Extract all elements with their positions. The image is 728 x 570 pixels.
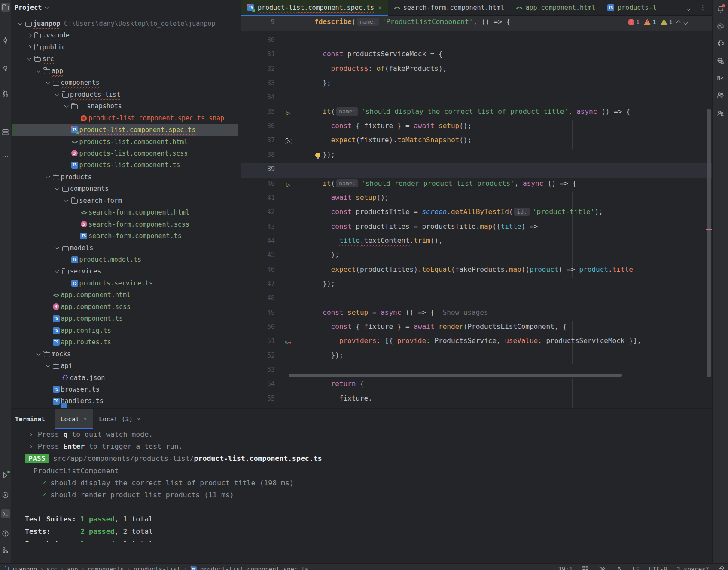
warning-count[interactable]: 1 <box>644 18 656 25</box>
tree-chevron-icon[interactable] <box>53 247 61 249</box>
horizontal-scrollbar[interactable] <box>289 374 622 377</box>
line-separator-widget[interactable]: LF <box>632 566 640 570</box>
tree-chevron-icon[interactable] <box>44 176 52 178</box>
run-icon[interactable] <box>1 470 10 480</box>
tree-item[interactable]: TSsearch-form.component.ts <box>12 230 238 242</box>
tree-item[interactable]: public <box>12 41 238 53</box>
editor-tab[interactable]: <>search-form.component.html <box>388 0 510 15</box>
tree-item[interactable]: TSproduct.model.ts <box>12 254 238 266</box>
tree-item[interactable]: {}data.json <box>12 372 238 383</box>
vcs-icon[interactable] <box>1 64 10 73</box>
close-icon[interactable]: × <box>84 416 87 422</box>
tree-item[interactable]: <>app.component.html <box>12 289 238 301</box>
breadcrumb-item[interactable]: app <box>67 566 78 570</box>
error-stripe-error-mark[interactable] <box>706 229 712 230</box>
tree-chevron-icon[interactable] <box>63 105 70 107</box>
tree-chevron-icon[interactable] <box>53 188 61 190</box>
editor-tab[interactable]: <>app.component.html <box>510 0 601 15</box>
tree-item[interactable]: api <box>12 360 238 372</box>
breadcrumb-item[interactable]: src <box>46 566 57 570</box>
pull-requests-icon[interactable] <box>1 89 10 98</box>
ai-assistant-icon[interactable] <box>716 21 725 31</box>
status-icon-pencil-off[interactable] <box>599 565 606 570</box>
encoding-widget[interactable]: UTF-8 <box>649 566 667 570</box>
more-tool-windows-icon[interactable] <box>1 151 10 161</box>
tree-item[interactable]: Sapp.component.scss <box>12 301 238 313</box>
status-icon-highlight-level[interactable] <box>615 565 623 570</box>
tree-item[interactable]: mocks <box>12 348 238 360</box>
tree-item[interactable]: components <box>12 183 238 195</box>
editor-tab[interactable]: TSproducts-l <box>601 0 662 15</box>
tree-item[interactable]: Ssearch-form.component.scss <box>12 218 238 230</box>
breadcrumb-file[interactable]: product-list.component.spec.ts <box>200 566 309 570</box>
tree-item[interactable]: juanpopC:\Users\dany\Desktop\to_delete\j… <box>12 18 238 30</box>
tree-item[interactable]: TSapp.config.ts <box>12 325 238 336</box>
collaboration-icon[interactable] <box>716 108 725 118</box>
tree-item[interactable]: <>search-form.component.html <box>12 207 238 218</box>
tree-chevron-icon[interactable] <box>63 200 70 202</box>
close-icon[interactable]: × <box>137 416 140 422</box>
prev-problem-icon[interactable] <box>677 18 680 25</box>
tree-item[interactable]: TShandlers.ts <box>12 395 238 407</box>
services-icon[interactable] <box>1 490 10 500</box>
tree-item[interactable]: TSproducts-list.component.ts <box>12 159 238 171</box>
tree-chevron-icon[interactable] <box>44 82 52 83</box>
indent-widget[interactable]: 2 spaces* <box>676 566 709 570</box>
terminal-output[interactable]: › Press t to filter by a test name regex… <box>12 429 728 542</box>
tree-item[interactable]: TSproduct-list.component.spec.ts <box>12 124 238 136</box>
breadcrumb-item[interactable]: products-list <box>134 566 181 570</box>
problems-icon[interactable] <box>1 529 10 538</box>
inspections-widget[interactable]: !111 <box>628 18 687 25</box>
weak-warning-count[interactable]: 1 <box>661 18 673 25</box>
vertical-scrollbar[interactable] <box>707 109 711 377</box>
error-count[interactable]: !1 <box>628 18 640 25</box>
tree-chevron-icon[interactable] <box>16 23 24 25</box>
web-search-icon[interactable] <box>716 56 725 65</box>
terminal-tab[interactable]: Local× <box>55 409 93 429</box>
tree-item[interactable]: src <box>12 53 238 65</box>
tree-chevron-icon[interactable] <box>53 270 61 272</box>
tree-chevron-icon[interactable] <box>35 70 42 72</box>
project-panel-header[interactable]: Project <box>15 3 48 13</box>
tree-chevron-icon[interactable] <box>44 365 52 367</box>
tree-item[interactable]: app <box>12 65 238 77</box>
run-test-icon[interactable]: ▷ <box>283 179 294 190</box>
tree-item[interactable]: __snapshots__ <box>12 101 238 112</box>
plugin-icon[interactable] <box>716 39 725 48</box>
tree-item[interactable]: Sproducts-list.component.scss <box>12 147 238 159</box>
tree-item[interactable]: search-form <box>12 195 238 206</box>
tree-item[interactable]: TSbrowser.ts <box>12 383 238 395</box>
code-area[interactable]: 3031 const productsServiceMock = {32 pro… <box>241 31 712 408</box>
nx-console-icon[interactable]: N> <box>716 73 725 83</box>
terminal-icon[interactable] <box>1 509 10 518</box>
tree-chevron-icon[interactable] <box>26 58 33 60</box>
tree-chevron-icon[interactable] <box>53 94 61 95</box>
breadcrumb-item[interactable]: components <box>88 566 124 570</box>
more-options-icon[interactable]: ⋮ <box>700 4 706 12</box>
terminal-tab[interactable]: Local (3)× <box>93 409 146 429</box>
tree-item[interactable]: TSapp.routes.ts <box>12 337 238 348</box>
notifications-icon[interactable] <box>716 4 725 14</box>
chevron-down-icon[interactable] <box>687 4 690 12</box>
tree-item[interactable]: product-list.component.spec.ts.snap <box>12 112 238 124</box>
tree-item[interactable]: TSapp.component.ts <box>12 313 238 325</box>
project-icon[interactable] <box>1 3 10 12</box>
tree-item[interactable]: models <box>12 242 238 254</box>
version-control-icon[interactable] <box>1 545 10 555</box>
status-icon-grid[interactable] <box>582 565 589 570</box>
breadcrumb-item[interactable]: juanpop <box>12 566 37 570</box>
tree-chevron-icon[interactable] <box>26 46 33 49</box>
commit-icon[interactable] <box>1 35 10 45</box>
tree-item[interactable]: <>products-list.component.html <box>12 136 238 147</box>
tree-chevron-icon[interactable] <box>35 353 42 355</box>
tree-item[interactable]: services <box>12 266 238 277</box>
tree-chevron-icon[interactable] <box>26 34 33 37</box>
structure-icon[interactable] <box>1 127 10 137</box>
tree-item[interactable]: products <box>12 171 238 183</box>
run-test-icon[interactable]: ▷ <box>283 107 294 119</box>
tree-item[interactable]: TSproducts.service.ts <box>12 277 238 289</box>
readonly-lock-icon[interactable] <box>719 568 723 570</box>
caret-position-widget[interactable]: 39:1 <box>558 566 573 570</box>
tree-item[interactable]: products-list <box>12 89 238 100</box>
code-with-me-icon[interactable] <box>716 90 725 100</box>
